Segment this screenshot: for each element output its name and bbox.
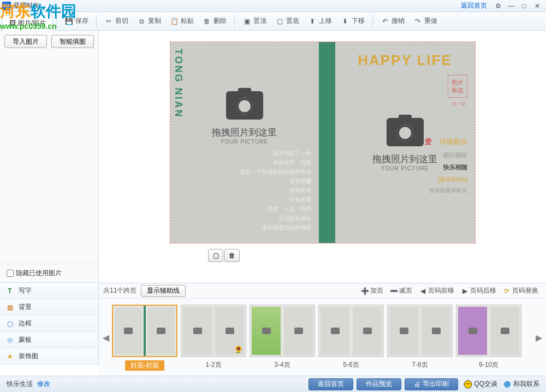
toggle-guides-button[interactable]: 显示辅助线: [141, 285, 186, 297]
camera-placeholder-icon: [226, 91, 263, 120]
front-icon: ▣: [242, 17, 251, 26]
copy-icon: ⧉: [137, 17, 146, 26]
import-button[interactable]: 导入图片: [4, 35, 47, 48]
thumb-header: 共11个跨页 显示辅助线 ➕加页 ➖减页 ◀页码前移 ▶页码后移 ⟳页码替换: [99, 283, 546, 299]
minus-icon: ➖: [390, 287, 397, 295]
cut-button[interactable]: ✂剪切: [100, 14, 133, 28]
save-button[interactable]: 💾保存: [60, 14, 93, 28]
qq-chat-button[interactable]: QQ交谈: [464, 379, 497, 389]
text-icon: T: [5, 287, 14, 295]
globe-icon: [503, 380, 512, 389]
panel-background[interactable]: ▦背景: [0, 299, 98, 316]
close-button[interactable]: ✕: [531, 2, 544, 10]
copy-button[interactable]: ⧉复制: [133, 14, 165, 28]
scroll-left-button[interactable]: ◀: [101, 310, 111, 365]
panel-text[interactable]: T写字: [0, 283, 98, 299]
page-replace-button[interactable]: ⟳页码替换: [500, 285, 542, 297]
panel-border[interactable]: ▢边框: [0, 316, 98, 332]
svg-point-1: [466, 383, 467, 384]
back-cover[interactable]: 拖拽照片到这里 YOUR PICTURE 似乎用尽了一生等待花开 结果想在一个叫…: [170, 42, 319, 243]
panel-decor[interactable]: ★装饰图: [0, 348, 98, 365]
settings-icon[interactable]: ⚙: [491, 2, 505, 10]
page-backward-button[interactable]: ▶页码后移: [458, 285, 500, 297]
delete-icon: 🗑: [203, 17, 211, 26]
spread-count: 共11个跨页: [103, 286, 136, 295]
undo-icon: ↶: [381, 17, 389, 26]
back-icon: ▢: [275, 17, 284, 26]
camera-placeholder-icon: [387, 118, 424, 146]
thumb-1-2[interactable]: 1-2页: [181, 305, 246, 371]
thumb-9-10[interactable]: 9-10页: [456, 305, 521, 371]
replace-icon: ⟳: [503, 287, 511, 295]
rename-link[interactable]: 修改: [37, 379, 50, 389]
project-name: 快乐生活: [7, 379, 33, 389]
remove-photo-button[interactable]: 🗑: [224, 249, 240, 262]
maximize-button[interactable]: □: [518, 2, 531, 10]
drag-hint: 拖拽照片到这里: [181, 126, 308, 139]
minimize-button[interactable]: —: [505, 2, 518, 10]
sidebar-panels: T写字 ▦背景 ▢边框 ◎蒙板 ★装饰图: [0, 282, 98, 365]
move-down-button[interactable]: ⬇下移: [336, 14, 369, 28]
mask-icon: ◎: [5, 336, 14, 345]
statusbar: 快乐生活 修改 返回首页 作品预览 🖨导出印刷 QQ交谈 和我联系: [0, 376, 546, 392]
move-up-button[interactable]: ⬆上移: [304, 14, 336, 28]
page-forward-button[interactable]: ◀页码前移: [416, 285, 458, 297]
plus-icon: ➕: [361, 287, 369, 295]
window-title: 凝望时光: [13, 1, 461, 10]
thumb-strip: ◀ 封底-封面 1-2页 3-4页 5-6页 7-8页: [99, 299, 546, 376]
redo-icon: ↷: [413, 17, 422, 26]
paste-button[interactable]: 📋粘贴: [165, 14, 198, 28]
panel-mask[interactable]: ◎蒙板: [0, 332, 98, 348]
redo-button[interactable]: ↷重做: [409, 14, 442, 28]
home-link[interactable]: 返回首页: [461, 1, 487, 10]
sidebar-actions: 导入图片 智能填图: [0, 31, 98, 52]
up-icon: ⬆: [308, 17, 317, 26]
titlebar: 印 凝望时光 返回首页 ⚙ — □ ✕: [0, 0, 546, 12]
sidebar: 导入图片 智能填图 隐藏已使用图片 T写字 ▦背景 ▢边框 ◎蒙板 ★装饰图: [0, 31, 99, 365]
hide-used-input[interactable]: [7, 270, 14, 277]
thumb-list: 封底-封面 1-2页 3-4页 5-6页 7-8页 9-10页: [111, 302, 534, 373]
front-cover[interactable]: HAPPY LIFE 照片杂志 第一期 拖拽照片到这里 YOUR PICTURE…: [335, 42, 475, 243]
status-home-button[interactable]: 返回首页: [308, 378, 353, 390]
svg-point-2: [468, 383, 470, 384]
contact-button[interactable]: 和我联系: [503, 379, 539, 389]
page-spread[interactable]: 拖拽照片到这里 YOUR PICTURE 似乎用尽了一生等待花开 结果想在一个叫…: [170, 41, 476, 243]
separator: [56, 15, 57, 28]
cover-title: HAPPY LIFE: [342, 52, 468, 69]
separator: [234, 15, 235, 28]
zoom-fit-button[interactable]: ▢: [208, 249, 223, 262]
thumb-cover[interactable]: 封底-封面: [112, 305, 177, 371]
arrow-right-icon: ▶: [461, 287, 468, 295]
app-icon: 印: [2, 2, 11, 10]
down-icon: ⬇: [341, 17, 349, 26]
thumb-3-4[interactable]: 3-4页: [250, 305, 315, 371]
svg-point-3: [504, 381, 511, 388]
canvas-mini-tools: ▢ 🗑: [208, 249, 240, 262]
send-back-button[interactable]: ▢置底: [271, 14, 304, 28]
printer-icon: 🖨: [414, 381, 420, 388]
bring-front-button[interactable]: ▣置顶: [238, 14, 271, 28]
background-icon: ▦: [5, 303, 14, 312]
delete-button[interactable]: 🗑删除: [198, 14, 231, 28]
qq-icon: [464, 380, 472, 389]
paste-icon: 📋: [170, 17, 179, 26]
drag-sub: YOUR PICTURE: [181, 139, 308, 145]
tab-photos[interactable]: 图片/照片: [2, 15, 53, 31]
toolbar: 图片/照片 💾保存 ✂剪切 ⧉复制 📋粘贴 🗑删除 ▣置顶 ▢置底 ⬆上移 ⬇下…: [0, 12, 546, 31]
save-icon: 💾: [64, 17, 73, 26]
thumb-5-6[interactable]: 5-6页: [318, 305, 384, 371]
remove-page-button[interactable]: ➖减页: [387, 285, 416, 297]
cut-icon: ✂: [104, 17, 113, 26]
spine: TONG NIAN: [319, 42, 335, 243]
undo-button[interactable]: ↶撤销: [376, 14, 409, 28]
photo-tray[interactable]: [0, 52, 98, 264]
export-button[interactable]: 🖨导出印刷: [405, 378, 458, 390]
smartfill-button[interactable]: 智能填图: [51, 35, 94, 48]
add-page-button[interactable]: ➕加页: [358, 285, 387, 297]
hide-used-checkbox[interactable]: 隐藏已使用图片: [0, 264, 98, 282]
svg-point-0: [464, 381, 472, 388]
scroll-right-button[interactable]: ▶: [534, 310, 544, 365]
preview-button[interactable]: 作品预览: [357, 378, 401, 390]
cover-side-text: 爱，伴随着你 瞬间捕捉 快乐相随 [顽皮Baby] 快乐的童年时光: [425, 135, 467, 196]
thumb-7-8[interactable]: 7-8页: [387, 305, 453, 371]
